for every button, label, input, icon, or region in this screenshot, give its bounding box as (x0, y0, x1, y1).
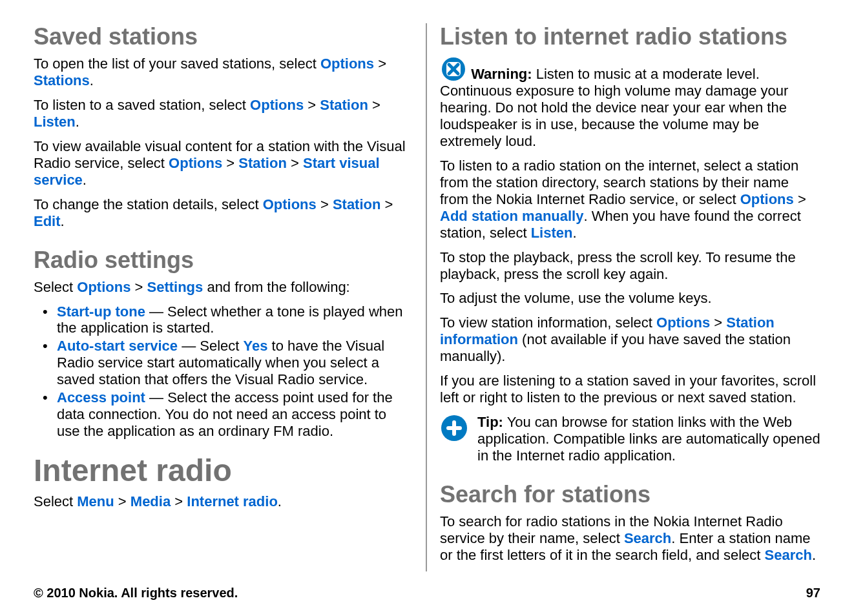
text: . (278, 493, 282, 509)
listen-p5: If you are listening to a station saved … (440, 373, 820, 406)
saved-stations-p1: To open the list of your saved stations,… (34, 56, 413, 89)
page-number: 97 (806, 586, 820, 601)
text: . (83, 172, 87, 188)
tip-block: Tip: You can browse for station links wi… (440, 414, 820, 464)
warning-icon (440, 56, 467, 83)
text: Select (34, 493, 77, 509)
link-internet-radio[interactable]: Internet radio (187, 493, 278, 509)
svg-rect-6 (446, 426, 462, 430)
heading-search-for-stations: Search for stations (440, 481, 820, 508)
saved-stations-p2: To listen to a saved station, select Opt… (34, 97, 413, 130)
link-add-station-manually[interactable]: Add station manually (440, 208, 583, 224)
link-station[interactable]: Station (320, 97, 368, 113)
left-column: Saved stations To open the list of your … (34, 23, 427, 571)
breadcrumb-separator: > (307, 97, 320, 113)
listen-p1: To listen to a radio station on the inte… (440, 158, 820, 241)
text: To change the station details, select (34, 196, 263, 212)
link-options[interactable]: Options (263, 196, 317, 212)
link-stations[interactable]: Stations (34, 72, 90, 88)
breadcrumb-separator: > (226, 155, 238, 171)
link-options[interactable]: Options (169, 155, 222, 171)
breadcrumb-separator: > (714, 314, 726, 331)
text: To open the list of your saved stations,… (34, 56, 320, 72)
breadcrumb-separator: > (798, 191, 806, 207)
heading-radio-settings: Radio settings (34, 247, 413, 274)
list-item: Start-up tone — Select whether a tone is… (47, 303, 413, 337)
breadcrumb-separator: > (385, 196, 393, 212)
link-station[interactable]: Station (238, 155, 287, 171)
heading-saved-stations: Saved stations (34, 23, 413, 50)
page-footer: © 2010 Nokia. All rights reserved. 97 (34, 586, 820, 601)
text: . (90, 72, 94, 88)
link-settings[interactable]: Settings (147, 279, 203, 295)
link-search[interactable]: Search (765, 547, 812, 563)
search-p: To search for radio stations in the Noki… (440, 513, 820, 564)
listen-p4: To view station information, select Opti… (440, 314, 820, 365)
breadcrumb-separator: > (378, 56, 386, 72)
link-search[interactable]: Search (624, 530, 671, 546)
breadcrumb-separator: > (135, 279, 147, 295)
text: You can browse for station links with th… (477, 414, 820, 464)
link-access-point[interactable]: Access point (57, 389, 145, 406)
text: . (61, 213, 65, 229)
text: Select (34, 279, 77, 295)
link-listen[interactable]: Listen (531, 225, 573, 241)
link-options[interactable]: Options (656, 314, 710, 331)
radio-settings-intro: Select Options > Settings and from the f… (34, 279, 413, 296)
list-item: Auto-start service — Select Yes to have … (47, 338, 413, 388)
link-options[interactable]: Options (320, 56, 374, 72)
tip-text: Tip: You can browse for station links wi… (477, 414, 820, 464)
two-column-layout: Saved stations To open the list of your … (34, 23, 820, 571)
breadcrumb-separator: > (291, 155, 303, 171)
link-auto-start-service[interactable]: Auto-start service (57, 338, 178, 354)
breadcrumb-separator: > (174, 493, 187, 509)
page: Saved stations To open the list of your … (0, 0, 854, 616)
heading-listen-internet-radio: Listen to internet radio stations (440, 23, 820, 50)
link-options[interactable]: Options (77, 279, 130, 295)
list-item: Access point — Select the access point u… (47, 389, 413, 440)
text: . (76, 114, 79, 130)
link-station[interactable]: Station (333, 196, 381, 212)
breadcrumb-separator: > (118, 493, 130, 509)
right-column: Listen to internet radio stations Warnin… (427, 23, 820, 571)
text: . (812, 547, 816, 563)
listen-p2: To stop the playback, press the scroll k… (440, 249, 820, 283)
tip-label: Tip: (477, 414, 503, 430)
text: and from the following: (207, 279, 349, 295)
link-menu[interactable]: Menu (77, 493, 114, 509)
warning-label: Warning: (471, 66, 532, 82)
link-startup-tone[interactable]: Start-up tone (57, 303, 145, 320)
listen-p3: To adjust the volume, use the volume key… (440, 290, 820, 307)
saved-stations-p4: To change the station details, select Op… (34, 196, 413, 230)
link-media[interactable]: Media (130, 493, 171, 509)
breadcrumb-separator: > (372, 97, 380, 113)
text: To view station information, select (440, 314, 656, 331)
heading-internet-radio: Internet radio (34, 453, 413, 488)
saved-stations-p3: To view available visual content for a s… (34, 138, 413, 189)
copyright-text: © 2010 Nokia. All rights reserved. (34, 586, 238, 601)
text: To listen to a saved station, select (34, 97, 250, 113)
breadcrumb-separator: > (320, 196, 333, 212)
internet-radio-intro: Select Menu > Media > Internet radio. (34, 493, 413, 510)
link-listen[interactable]: Listen (34, 114, 76, 130)
radio-settings-list: Start-up tone — Select whether a tone is… (34, 303, 413, 440)
link-yes[interactable]: Yes (244, 338, 268, 354)
warning-block: Warning: Listen to music at a moderate l… (440, 56, 820, 150)
link-edit[interactable]: Edit (34, 213, 61, 229)
link-options[interactable]: Options (250, 97, 304, 113)
text: . (572, 225, 576, 241)
text: — Select (178, 338, 243, 354)
link-options[interactable]: Options (740, 191, 794, 207)
tip-icon (440, 414, 468, 442)
